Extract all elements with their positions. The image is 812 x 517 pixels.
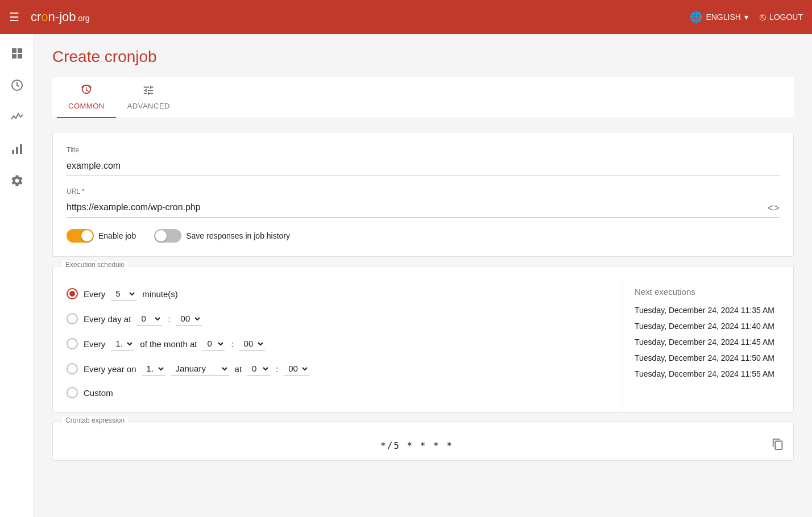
url-label: URL * — [67, 187, 780, 195]
svg-rect-5 — [12, 150, 14, 154]
radio-minutes[interactable] — [67, 288, 78, 299]
navbar: ☰ cron-job.org 🌐 ENGLISH ▾ ⎋ LOGOUT — [0, 0, 812, 34]
save-responses-label: Save responses in job history — [186, 231, 290, 240]
title-label: Title — [67, 146, 780, 154]
schedule-body: Every 12345101530 minute(s) Every day at… — [53, 266, 793, 412]
crontab-card: Crontab expression */5 * * * * — [52, 422, 794, 461]
radio-custom[interactable] — [67, 387, 78, 398]
radio-day[interactable] — [67, 313, 78, 324]
alarm-icon — [80, 84, 93, 99]
sidebar-item-dashboard[interactable] — [3, 40, 31, 67]
logo-suffix: .org — [76, 14, 90, 23]
next-exec-item-4: Tuesday, December 24, 2024 11:55 AM — [635, 369, 782, 378]
custom-label: Custom — [84, 388, 113, 398]
sidebar-item-stats[interactable] — [3, 135, 31, 162]
tab-bar: COMMON ADVANCED — [52, 77, 794, 118]
year-minute-select[interactable]: 000510 — [284, 362, 309, 376]
year-colon: : — [276, 364, 278, 374]
url-field-wrapper: <> — [67, 198, 780, 218]
month-mid: of the month at — [140, 339, 197, 349]
next-exec-item-3: Tuesday, December 24, 2024 11:50 AM — [635, 353, 782, 362]
tab-advanced[interactable]: ADVANCED — [116, 77, 181, 118]
title-input[interactable] — [67, 156, 780, 176]
radio-year[interactable] — [67, 363, 78, 374]
logout-label: LOGOUT — [769, 12, 803, 22]
year-day-select[interactable]: 1.2.3. — [142, 362, 165, 376]
schedule-option-month: Every 1.2.3.4.5. of the month at 012 : 0… — [67, 337, 609, 351]
title-field: Title — [67, 146, 780, 176]
schedule-card: Execution schedule Every 12345101530 min… — [52, 266, 794, 412]
day-colon: : — [168, 314, 170, 324]
logo: cron-job.org — [31, 10, 690, 24]
url-field: URL * <> — [67, 187, 780, 218]
schedule-option-custom: Custom — [67, 387, 609, 398]
year-prefix: Every year on — [84, 364, 136, 374]
enable-job-toggle-knob — [81, 230, 93, 241]
minutes-suffix: minute(s) — [142, 289, 178, 299]
save-responses-toggle-knob — [155, 230, 167, 241]
next-executions-title: Next executions — [635, 287, 782, 297]
svg-rect-7 — [20, 144, 22, 154]
day-prefix: Every day at — [84, 314, 131, 324]
copy-icon[interactable] — [772, 438, 784, 453]
sidebar-item-monitor[interactable] — [3, 103, 31, 131]
save-responses-toggle[interactable] — [154, 229, 181, 243]
sidebar-item-settings[interactable] — [3, 167, 31, 194]
month-hour-select[interactable]: 012 — [202, 337, 225, 351]
year-hour-select[interactable]: 012 — [247, 362, 270, 376]
logout-button[interactable]: ⎋ LOGOUT — [760, 11, 803, 23]
logo-dot: o — [41, 10, 48, 24]
year-month-select[interactable]: JanuaryFebruaryMarchAprilMayJuneJulyAugu… — [171, 362, 229, 376]
main-content: Create cronjob COMMON ADVANCED Title — [34, 34, 812, 517]
next-exec-item-1: Tuesday, December 24, 2024 11:40 AM — [635, 322, 782, 331]
crontab-value: */5 * * * * — [62, 440, 772, 451]
minutes-interval-select[interactable]: 12345101530 — [111, 287, 136, 301]
code-icon[interactable]: <> — [768, 202, 780, 214]
sidebar-item-history[interactable] — [3, 72, 31, 99]
minutes-prefix: Every — [84, 289, 105, 299]
toggles-row: Enable job Save responses in job history — [67, 229, 780, 243]
month-prefix: Every — [84, 339, 105, 349]
enable-job-toggle[interactable] — [67, 229, 94, 243]
radio-month[interactable] — [67, 338, 78, 349]
globe-icon: 🌐 — [690, 11, 702, 23]
svg-rect-1 — [18, 48, 22, 53]
month-colon: : — [231, 339, 233, 349]
schedule-legend: Execution schedule — [62, 261, 128, 269]
language-button[interactable]: 🌐 ENGLISH ▾ — [690, 11, 748, 23]
tab-advanced-label: ADVANCED — [127, 102, 170, 110]
svg-rect-2 — [12, 54, 16, 59]
navbar-right: 🌐 ENGLISH ▾ ⎋ LOGOUT — [690, 11, 803, 23]
schedule-options: Every 12345101530 minute(s) Every day at… — [53, 278, 623, 412]
menu-icon[interactable]: ☰ — [9, 10, 19, 24]
next-exec-item-0: Tuesday, December 24, 2024 11:35 AM — [635, 306, 782, 315]
day-hour-select[interactable]: 01234567891011121314151617181920212223 — [136, 312, 162, 326]
enable-job-toggle-group: Enable job — [67, 229, 136, 243]
year-at: at — [235, 364, 242, 374]
schedule-option-minutes: Every 12345101530 minute(s) — [67, 287, 609, 301]
svg-rect-6 — [16, 147, 18, 154]
url-input[interactable] — [67, 198, 780, 218]
language-label: ENGLISH — [706, 12, 740, 22]
tab-common[interactable]: COMMON — [57, 77, 116, 118]
save-responses-toggle-group: Save responses in job history — [154, 229, 290, 243]
enable-job-label: Enable job — [98, 231, 136, 240]
page-title: Create cronjob — [52, 48, 794, 66]
svg-rect-0 — [12, 48, 16, 53]
tab-common-label: COMMON — [68, 102, 105, 110]
crontab-inner: */5 * * * * — [53, 431, 793, 460]
next-executions-panel: Next executions Tuesday, December 24, 20… — [623, 278, 793, 412]
next-exec-item-2: Tuesday, December 24, 2024 11:45 AM — [635, 337, 782, 347]
logout-icon: ⎋ — [760, 11, 766, 23]
main-layout: Create cronjob COMMON ADVANCED Title — [0, 34, 812, 517]
month-day-select[interactable]: 1.2.3.4.5. — [111, 337, 134, 351]
svg-rect-3 — [18, 54, 22, 59]
chevron-down-icon: ▾ — [744, 12, 748, 22]
schedule-option-day: Every day at 012345678910111213141516171… — [67, 312, 609, 326]
sidebar — [0, 34, 34, 517]
tune-icon — [142, 84, 155, 99]
day-minute-select[interactable]: 000510152025303540455055 — [176, 312, 202, 326]
month-minute-select[interactable]: 000510 — [239, 337, 265, 351]
title-url-card: Title URL * <> Enable job — [52, 132, 794, 257]
crontab-legend: Crontab expression — [62, 416, 128, 424]
